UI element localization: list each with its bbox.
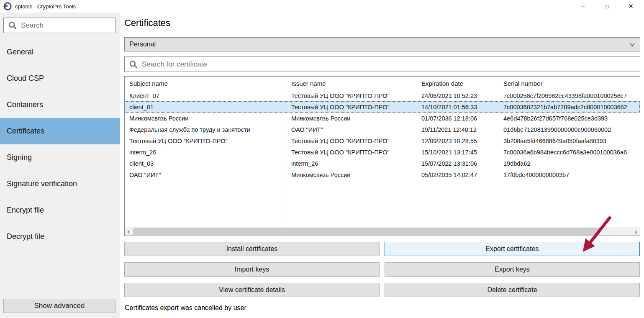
cell-issuer: Минкомсвязь России [287, 172, 417, 178]
cell-serial: 17f0bde40000000003b7 [499, 172, 639, 178]
sidebar-item-encrypt-file[interactable]: Encrypt file [0, 197, 120, 223]
cell-subject: Федеральная служба по труду и занятости [125, 126, 287, 133]
table-row[interactable]: Минкомсвязь России Минкомсвязь России 01… [125, 113, 640, 124]
cell-subject: client_01 [125, 104, 287, 110]
sidebar-item-signing[interactable]: Signing [0, 144, 120, 171]
table-row-selected[interactable]: client_01 Тестовый УЦ ООО "КРИПТО-ПРО" 1… [125, 101, 640, 113]
app-logo-icon [3, 2, 12, 10]
main-panel: Certificates Personal Subject name Issue… [124, 13, 640, 318]
store-dropdown-value: Personal [129, 41, 156, 48]
sidebar-item-label: Certificates [7, 127, 44, 136]
sidebar-item-cloud-csp[interactable]: Cloud CSP [0, 65, 120, 92]
sidebar-item-general[interactable]: General [0, 39, 120, 65]
cell-expiration: 15/07/2022 13:31:06 [417, 160, 499, 167]
cell-issuer: Минкомсвязь России [287, 115, 417, 122]
export-keys-button[interactable]: Export keys [385, 262, 640, 277]
table-row[interactable]: Клиент_07 Тестовый УЦ ООО "КРИПТО-ПРО" 2… [125, 90, 640, 101]
column-header-subject: Subject name [125, 80, 287, 87]
import-keys-button[interactable]: Import keys [124, 262, 380, 277]
cell-expiration: 15/10/2021 13:17:45 [417, 149, 499, 156]
certificate-search-box[interactable] [124, 56, 640, 72]
cell-issuer: ОАО "ИИТ" [287, 126, 417, 133]
cell-issuer: Тестовый УЦ ООО "КРИПТО-ПРО" [287, 104, 417, 110]
title-bar[interactable]: cptools - CryptoPro Tools ─ □ ✕ [0, 0, 644, 13]
chevron-down-icon [629, 41, 636, 48]
column-header-expiration: Expiration date [417, 80, 499, 87]
sidebar-item-label: Signature verification [7, 180, 77, 188]
cell-subject: ОАО "ИИТ" [125, 172, 287, 178]
sidebar-item-decrypt-file[interactable]: Decrypt file [0, 223, 120, 250]
table-header: Subject name Issuer name Expiration date… [125, 77, 640, 90]
column-header-serial: Serial number [499, 80, 639, 87]
sidebar-item-label: Containers [7, 100, 43, 109]
cell-expiration: 05/02/2035 14:02:47 [417, 172, 499, 178]
show-advanced-button[interactable]: Show advanced [3, 299, 115, 313]
sidebar-item-certificates[interactable]: Certificates [0, 118, 120, 144]
export-certificates-button[interactable]: Export certificates [385, 242, 640, 256]
table-row[interactable]: Тестовый УЦ ООО "КРИПТО-ПРО" Тестовый УЦ… [125, 135, 640, 146]
table-row[interactable]: ОАО "ИИТ" Минкомсвязь России 05/02/2035 … [125, 169, 640, 180]
sidebar-nav: General Cloud CSP Containers Certificate… [0, 39, 120, 250]
horizontal-scrollbar[interactable]: ‹ › [125, 227, 640, 236]
sidebar-item-label: Encrypt file [7, 206, 44, 215]
cell-subject: Минкомсвязь России [125, 115, 287, 122]
search-icon [8, 21, 17, 30]
cell-serial: 19dbda62 [499, 160, 639, 167]
maximize-button[interactable]: □ [595, 0, 619, 13]
sidebar: General Cloud CSP Containers Certificate… [0, 13, 120, 318]
sidebar-search-box[interactable] [3, 18, 115, 33]
cell-issuer: Тестовый УЦ ООО "КРИПТО-ПРО" [287, 149, 417, 156]
certificates-table: Subject name Issuer name Expiration date… [124, 76, 640, 236]
sidebar-item-label: Decrypt file [7, 232, 44, 241]
install-certificates-button[interactable]: Install certificates [124, 242, 380, 256]
cell-serial: 4e6d478b26f27d657f768e025ce3d393 [499, 115, 639, 122]
cell-issuer: interm_26 [287, 160, 417, 167]
delete-certificate-button[interactable]: Delete certificate [385, 283, 640, 297]
cell-expiration: 12/09/2023 10:28:55 [417, 138, 499, 144]
certificate-search-input[interactable] [142, 60, 640, 69]
cell-subject: interm_26 [125, 149, 287, 156]
close-button[interactable]: ✕ [619, 0, 643, 13]
cell-serial: 7c000258c7f206982ec43398fa0001000258c7 [499, 92, 639, 99]
cell-subject: client_03 [125, 160, 287, 167]
scroll-left-icon[interactable]: ‹ [125, 227, 132, 236]
sidebar-search-input[interactable] [21, 21, 115, 30]
status-message: Certificates export was cancelled by use… [125, 304, 246, 312]
cell-serial: 7c0003682321b7ab7289adc2c800010003682 [499, 104, 639, 110]
sidebar-item-label: Cloud CSP [7, 74, 44, 83]
minimize-button[interactable]: ─ [571, 0, 595, 13]
window-controls: ─ □ ✕ [571, 0, 643, 13]
cell-expiration: 14/10/2021 01:56:33 [417, 104, 499, 110]
cell-expiration: 24/06/2021 10:52:23 [417, 92, 499, 99]
scrollbar-thumb[interactable] [133, 228, 600, 235]
sidebar-item-signature-verification[interactable]: Signature verification [0, 171, 120, 197]
cell-serial: 01d6be7120813990000000c900060002 [499, 126, 639, 133]
table-row[interactable]: interm_26 Тестовый УЦ ООО "КРИПТО-ПРО" 1… [125, 146, 640, 158]
view-certificate-details-button[interactable]: View certificate details [124, 283, 380, 297]
cell-serial: 3b208ae5fd46688649a050faafa88393 [499, 138, 639, 144]
page-title: Certificates [124, 18, 170, 28]
table-body: Клиент_07 Тестовый УЦ ООО "КРИПТО-ПРО" 2… [125, 90, 640, 180]
cell-issuer: Тестовый УЦ ООО "КРИПТО-ПРО" [287, 138, 417, 144]
column-header-issuer: Issuer name [287, 80, 417, 87]
window-title: cptools - CryptoPro Tools [15, 3, 76, 10]
scroll-right-icon[interactable]: › [632, 227, 640, 236]
cell-expiration: 19/11/2021 12:40:12 [417, 126, 499, 133]
sidebar-item-label: Signing [7, 153, 32, 162]
cell-expiration: 01/07/2036 12:18:06 [417, 115, 499, 122]
cell-subject: Тестовый УЦ ООО "КРИПТО-ПРО" [125, 138, 287, 144]
cell-subject: Клиент_07 [125, 92, 287, 99]
cell-issuer: Тестовый УЦ ООО "КРИПТО-ПРО" [287, 92, 417, 99]
table-row[interactable]: Федеральная служба по труду и занятости … [125, 124, 640, 135]
sidebar-item-label: General [7, 48, 33, 56]
table-row[interactable]: client_03 interm_26 15/07/2022 13:31:06 … [125, 158, 640, 169]
search-icon [129, 60, 138, 69]
sidebar-item-containers[interactable]: Containers [0, 92, 120, 118]
cell-serial: 7c00036a6b984beccc6d768a3e000100036a6 [499, 149, 639, 156]
certificate-store-dropdown[interactable]: Personal [124, 37, 640, 51]
